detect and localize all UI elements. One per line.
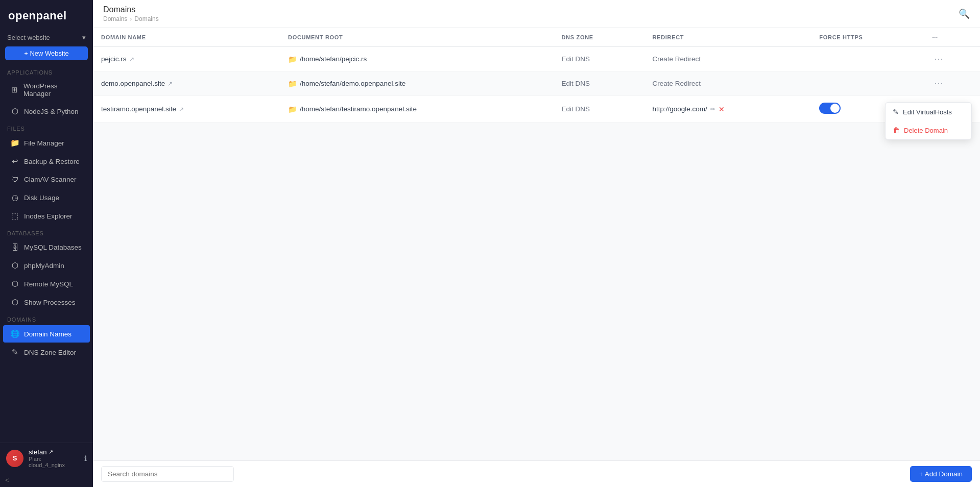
external-link-icon: ↗ xyxy=(49,449,53,455)
create-redirect-link[interactable]: Create Redirect xyxy=(652,55,701,63)
force-https-cell xyxy=(811,71,924,96)
search-domains-input[interactable] xyxy=(101,466,234,482)
info-icon[interactable]: ℹ xyxy=(84,454,87,462)
sidebar-item-nodejs-python[interactable]: ⬡ NodeJS & Python xyxy=(3,103,90,120)
user-info: stefan ↗ Plan: cloud_4_nginx xyxy=(29,448,76,468)
select-website-dropdown[interactable]: Select website ▾ xyxy=(0,30,93,45)
clamav-icon: 🛡 xyxy=(10,175,19,184)
domains-table: DOMAIN NAME DOCUMENT ROOT DNS ZONE REDIR… xyxy=(93,28,980,123)
breadcrumb-link-1[interactable]: Domains xyxy=(103,15,127,22)
inodes-icon: ⬚ xyxy=(10,211,19,221)
new-website-button[interactable]: + New Website xyxy=(5,46,88,60)
wordpress-icon: ⊞ xyxy=(10,85,19,94)
more-options-button[interactable]: ··· xyxy=(933,54,946,64)
chevron-down-icon: ▾ xyxy=(82,34,86,41)
sidebar-item-label: Backup & Restore xyxy=(24,158,80,165)
disk-icon: ◷ xyxy=(10,193,19,202)
sidebar-item-label: File Manager xyxy=(24,139,64,147)
sidebar-item-remote-mysql[interactable]: ⬡ Remote MySQL xyxy=(3,275,90,293)
actions-cell: ··· xyxy=(924,71,980,96)
more-options-button[interactable]: ··· xyxy=(933,78,946,89)
edit-dns-button[interactable]: Edit DNS xyxy=(561,55,590,63)
edit-dns-button[interactable]: Edit DNS xyxy=(561,105,590,113)
force-https-toggle[interactable] xyxy=(819,103,841,114)
edit-vh-icon: ✎ xyxy=(893,108,899,116)
sidebar-collapse-button[interactable]: < xyxy=(5,476,88,484)
col-actions: ··· xyxy=(924,28,980,47)
doc-root-cell: 📁 /home/stefan/demo.openpanel.site xyxy=(280,71,553,96)
create-redirect-link[interactable]: Create Redirect xyxy=(652,80,701,87)
folder-icon: 📁 xyxy=(288,105,297,113)
col-force-https: FORCE HTTPS xyxy=(811,28,924,47)
doc-root-cell: 📁 /home/stefan/pejcic.rs xyxy=(280,47,553,71)
edit-redirect-icon[interactable]: ✏ xyxy=(710,106,715,113)
redirect-url-text: http://google.com/ xyxy=(652,105,707,113)
domain-name-cell: pejcic.rs ↗ xyxy=(93,47,280,71)
edit-virtualhosts-item[interactable]: ✎ Edit VirtualHosts xyxy=(886,103,971,121)
sidebar-item-file-manager[interactable]: 📁 File Manager xyxy=(3,134,90,152)
sidebar-item-label: WordPress Manager xyxy=(23,82,83,98)
domain-text: demo.openpanel.site xyxy=(101,80,165,87)
redirect-cell: Create Redirect xyxy=(644,71,811,96)
force-https-cell xyxy=(811,47,924,71)
doc-root-path: /home/stefan/testiramo.openpanel.site xyxy=(300,105,417,113)
sidebar-item-label: Inodes Explorer xyxy=(24,212,73,220)
edit-vh-label: Edit VirtualHosts xyxy=(903,108,952,116)
sidebar-item-domain-names[interactable]: 🌐 Domain Names xyxy=(3,325,90,343)
edit-dns-button[interactable]: Edit DNS xyxy=(561,80,590,87)
breadcrumb-link-2[interactable]: Domains xyxy=(134,15,158,22)
dns-zone-cell: Edit DNS xyxy=(553,96,644,123)
col-redirect: REDIRECT xyxy=(644,28,811,47)
domain-link[interactable]: pejcic.rs ↗ xyxy=(101,55,272,63)
folder-icon: 📁 xyxy=(288,55,297,63)
sidebar-item-backup-restore[interactable]: ↩ Backup & Restore xyxy=(3,153,90,170)
delete-redirect-icon[interactable]: ✕ xyxy=(719,105,725,113)
bottombar: + Add Domain xyxy=(93,460,980,487)
domain-link[interactable]: testiramo.openpanel.site ↗ xyxy=(101,105,272,113)
sidebar-item-label: Remote MySQL xyxy=(24,280,73,288)
doc-root-path: /home/stefan/pejcic.rs xyxy=(300,55,367,63)
domain-name-cell: demo.openpanel.site ↗ xyxy=(93,71,280,96)
avatar: S xyxy=(6,450,23,467)
actions-cell: ··· xyxy=(924,47,980,71)
folder-icon: 📁 xyxy=(288,80,297,88)
domain-link[interactable]: demo.openpanel.site ↗ xyxy=(101,80,272,87)
sidebar-item-phpmyadmin[interactable]: ⬡ phpMyAdmin xyxy=(3,257,90,274)
add-domain-button[interactable]: + Add Domain xyxy=(910,466,972,482)
col-document-root: DOCUMENT ROOT xyxy=(280,28,553,47)
username[interactable]: stefan ↗ xyxy=(29,448,76,456)
sidebar-item-mysql-databases[interactable]: 🗄 MySQL Databases xyxy=(3,239,90,256)
external-link-icon: ↗ xyxy=(129,56,134,63)
search-icon[interactable]: 🔍 xyxy=(959,8,970,19)
delete-domain-icon: 🗑 xyxy=(893,126,900,134)
section-label-files: Files xyxy=(0,120,93,134)
sidebar-item-disk-usage[interactable]: ◷ Disk Usage xyxy=(3,189,90,206)
globe-icon: 🌐 xyxy=(10,329,19,338)
sidebar-item-show-processes[interactable]: ⬡ Show Processes xyxy=(3,294,90,311)
dns-zone-cell: Edit DNS xyxy=(553,71,644,96)
domain-text: testiramo.openpanel.site xyxy=(101,105,176,113)
processes-icon: ⬡ xyxy=(10,298,19,307)
sidebar-item-label: Domain Names xyxy=(24,330,71,338)
sidebar-item-wordpress-manager[interactable]: ⊞ WordPress Manager xyxy=(3,78,90,102)
delete-domain-item[interactable]: 🗑 Delete Domain xyxy=(886,121,971,139)
breadcrumb: Domains › Domains xyxy=(103,15,159,22)
backup-icon: ↩ xyxy=(10,157,19,166)
sidebar-item-dns-zone-editor[interactable]: ✎ DNS Zone Editor xyxy=(3,344,90,361)
sidebar-item-label: MySQL Databases xyxy=(24,243,82,251)
sidebar-item-inodes-explorer[interactable]: ⬚ Inodes Explorer xyxy=(3,207,90,225)
sidebar-item-label: phpMyAdmin xyxy=(24,262,64,270)
phpmyadmin-icon: ⬡ xyxy=(10,261,19,270)
col-domain-name: DOMAIN NAME xyxy=(93,28,280,47)
file-manager-icon: 📁 xyxy=(10,138,19,148)
redirect-cell: Create Redirect xyxy=(644,47,811,71)
table-header-row: DOMAIN NAME DOCUMENT ROOT DNS ZONE REDIR… xyxy=(93,28,980,47)
sidebar-item-label: NodeJS & Python xyxy=(24,108,79,115)
sidebar-item-clamav-scanner[interactable]: 🛡 ClamAV Scanner xyxy=(3,171,90,188)
nodejs-icon: ⬡ xyxy=(10,107,19,116)
delete-domain-label: Delete Domain xyxy=(904,127,948,134)
domain-name-cell: testiramo.openpanel.site ↗ xyxy=(93,96,280,123)
topbar: Domains Domains › Domains 🔍 xyxy=(93,0,980,28)
select-website-label: Select website xyxy=(7,34,50,41)
sidebar: openpanel Select website ▾ + New Website… xyxy=(0,0,93,487)
